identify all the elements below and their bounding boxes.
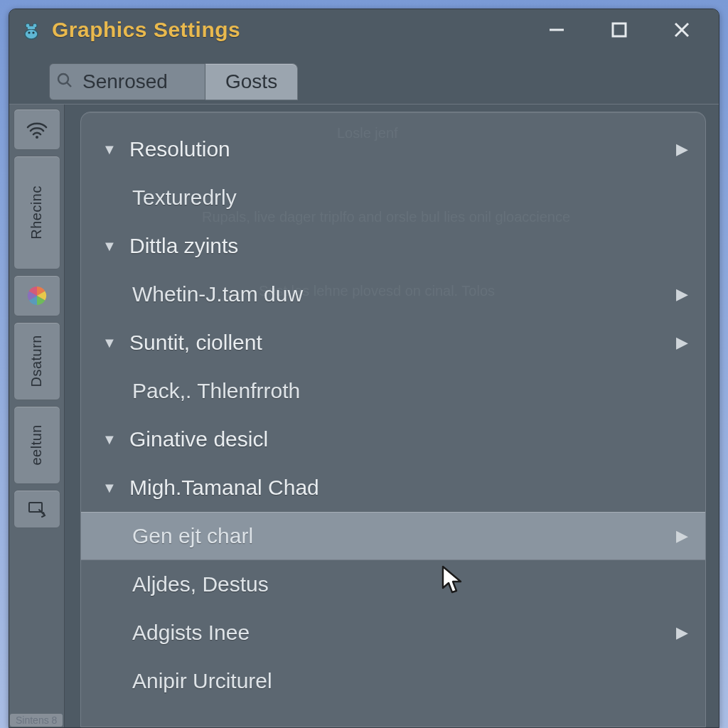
settings-row-label: Suntit, ciollent [129, 331, 262, 355]
settings-row-label: Gen ejt charl [132, 524, 253, 548]
tab-label: Gosts [225, 70, 277, 93]
svg-point-0 [25, 29, 38, 39]
disclosure-down-icon: ▼ [100, 335, 119, 351]
sidebar-item-rhecinc[interactable]: Rhecinc [14, 156, 60, 269]
settings-group-resolution[interactable]: ▼ Resolution ▶ [81, 125, 705, 173]
settings-row-label: Whetin-J.tam duw [132, 282, 303, 306]
sidebar-item-dsaturn[interactable]: Dsaturn [14, 322, 60, 400]
settings-group-migh[interactable]: ▼ Migh.Tamanal Chad [81, 464, 705, 512]
settings-item-whetin[interactable]: Whetin-J.tam duw ▶ [81, 270, 705, 318]
chevron-right-icon: ▶ [676, 285, 688, 304]
svg-point-4 [28, 31, 30, 33]
disclosure-down-icon: ▼ [100, 432, 119, 448]
desktop-cursor-icon [26, 498, 48, 520]
settings-item-gen-ejt[interactable]: Gen ejt charl ▶ [81, 512, 705, 560]
sidebar-item-wifi[interactable] [14, 109, 60, 150]
status-text: Sintens 8 [10, 714, 63, 727]
sidebar-item-desktop[interactable] [14, 490, 60, 528]
top-row: Gosts [9, 53, 719, 105]
sidebar-item-color[interactable] [14, 275, 60, 316]
window-controls [540, 13, 712, 47]
settings-group-dittla[interactable]: ▼ Dittla zyints [81, 222, 705, 270]
settings-row-label: Migh.Tamanal Chad [129, 476, 319, 500]
chevron-right-icon: ▶ [676, 140, 688, 159]
minimize-button[interactable] [540, 13, 574, 47]
app-icon [19, 18, 43, 42]
svg-rect-3 [28, 26, 35, 29]
color-wheel-icon [26, 285, 48, 306]
settings-row-label: Texturedrly [132, 186, 237, 210]
svg-line-11 [67, 82, 71, 87]
svg-point-12 [36, 136, 38, 139]
disclosure-down-icon: ▼ [100, 238, 119, 255]
settings-item-texturedrly[interactable]: Texturedrly [81, 173, 705, 222]
svg-point-5 [32, 31, 34, 33]
chevron-right-icon: ▶ [676, 623, 688, 642]
svg-rect-7 [613, 23, 626, 36]
search-icon [56, 72, 73, 92]
settings-panel: Losle jenf Rupals, live dager triplfo an… [65, 105, 719, 727]
settings-row-label: Adgists Inee [132, 621, 250, 645]
settings-item-pack[interactable]: Pack,. Thlenfrroth [81, 367, 705, 415]
content-area: Gosts Rhecinc [9, 50, 719, 727]
settings-row-label: Pack,. Thlenfrroth [132, 379, 300, 403]
settings-row-label: Dittla zyints [129, 234, 238, 258]
settings-row-label: Resolution [129, 137, 230, 161]
settings-row-label: Ginative desicl [129, 427, 268, 451]
sidebar-item-label: Dsaturn [28, 335, 45, 387]
settings-item-adgists[interactable]: Adgists Inee ▶ [81, 609, 705, 657]
sidebar-item-label: eeltun [28, 424, 45, 466]
main-split: Rhecinc Dsaturn [9, 105, 719, 727]
search-wrap [49, 63, 205, 100]
settings-row-label: Aljdes, Destus [132, 572, 269, 596]
svg-point-10 [58, 74, 68, 84]
settings-item-aljdes[interactable]: Aljdes, Destus [81, 560, 705, 609]
titlebar: Graphics Settings [9, 9, 719, 50]
app-window: Graphics Settings [9, 9, 719, 728]
settings-group-suntit[interactable]: ▼ Suntit, ciollent ▶ [81, 318, 705, 367]
settings-panel-inner: Losle jenf Rupals, live dager triplfo an… [80, 112, 706, 727]
maximize-button[interactable] [602, 13, 636, 47]
tab-gosts[interactable]: Gosts [205, 63, 298, 100]
settings-item-anipir[interactable]: Anipir Urciturel [81, 657, 705, 705]
settings-list: ▼ Resolution ▶ Texturedrly ▼ Dittla zyin… [81, 125, 705, 705]
close-button[interactable] [665, 13, 699, 47]
settings-group-ginative[interactable]: ▼ Ginative desicl [81, 415, 705, 464]
wifi-icon [25, 117, 49, 141]
settings-row-label: Anipir Urciturel [132, 669, 272, 693]
sidebar-item-label: Rhecinc [28, 186, 45, 240]
window-title: Graphics Settings [52, 18, 240, 42]
sidebar: Rhecinc Dsaturn [9, 105, 65, 727]
chevron-right-icon: ▶ [676, 527, 688, 545]
chevron-right-icon: ▶ [676, 333, 688, 352]
disclosure-down-icon: ▼ [100, 480, 119, 496]
disclosure-down-icon: ▼ [100, 141, 119, 158]
sidebar-item-eeltun[interactable]: eeltun [14, 406, 60, 484]
